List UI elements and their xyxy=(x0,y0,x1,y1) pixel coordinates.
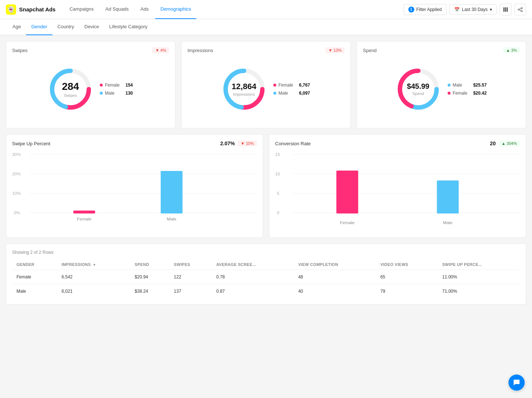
metric-cards-row: Swipes ▼ 4% 284 Swipes xyxy=(6,41,526,128)
conversion-chart-svg: 15 10 5 0 Female Male xyxy=(275,151,520,231)
male-dot xyxy=(100,92,103,95)
svg-text:Male: Male xyxy=(443,221,453,225)
row-female-impressions: 6,542 xyxy=(57,270,130,284)
date-range-label: Last 30 Days xyxy=(462,7,488,12)
spend-title: Spend xyxy=(363,48,377,53)
row-female-gender: Female xyxy=(12,270,57,284)
svg-rect-0 xyxy=(503,7,504,12)
svg-rect-1 xyxy=(505,7,506,12)
nav-ad-squads[interactable]: Ad Squads xyxy=(100,0,134,19)
spend-label: Spend xyxy=(412,91,424,96)
swipes-female-val: 154 xyxy=(125,83,133,88)
svg-point-3 xyxy=(521,7,522,9)
col-gender: GENDER xyxy=(12,259,57,270)
swipe-up-chart-area: 30% 20% 10% 0% Female Male xyxy=(12,151,257,231)
app-title: Snapchat Ads xyxy=(19,6,55,12)
imp-male-val: 6,097 xyxy=(299,91,310,96)
nav-campaigns[interactable]: Campaigns xyxy=(64,0,99,19)
share-icon-button[interactable] xyxy=(514,4,526,15)
columns-icon xyxy=(503,7,508,12)
filter-badge: 1 xyxy=(408,7,414,12)
row-male-video-views: 79 xyxy=(376,284,438,299)
row-female-swipes: 122 xyxy=(170,270,212,284)
svg-point-4 xyxy=(518,9,520,10)
svg-text:Female: Female xyxy=(340,221,355,225)
row-female-spend: $20.94 xyxy=(130,270,170,284)
col-spend: SPEND xyxy=(130,259,170,270)
spend-male-dot xyxy=(448,84,451,87)
chevron-down-icon: ▾ xyxy=(490,7,492,12)
row-male-gender: Male xyxy=(12,284,57,299)
nav-demographics[interactable]: Demographics xyxy=(155,0,196,19)
swipes-center: 284 Swipes xyxy=(62,81,79,98)
impressions-title: Impressions xyxy=(187,48,213,53)
spend-female-legend: Female $20.42 xyxy=(448,91,487,96)
impressions-donut: 12,864 Impressions xyxy=(222,67,266,111)
tab-age[interactable]: Age xyxy=(7,19,26,35)
row-male-spend: $38.24 xyxy=(130,284,170,299)
date-range-button[interactable]: 📅 Last 30 Days ▾ xyxy=(449,4,497,15)
row-male-avg-screen: 0.87 xyxy=(212,284,294,299)
swipes-male-legend: Male 130 xyxy=(100,91,133,96)
svg-rect-2 xyxy=(507,7,508,12)
imp-female-name: Female xyxy=(278,83,297,88)
tab-country[interactable]: Country xyxy=(52,19,80,35)
spend-donut: $45.99 Spend xyxy=(396,67,440,111)
logo-area: 👻 Snapchat Ads xyxy=(6,4,55,15)
swipes-card-body: 284 Swipes Female 154 Male 130 xyxy=(12,56,169,122)
impressions-legend: Female 6,767 Male 6,097 xyxy=(273,83,310,96)
table-subtitle: Showing 2 of 2 Rows xyxy=(12,250,520,255)
spend-legend: Male $25.57 Female $20.42 xyxy=(448,83,487,96)
swipes-card-header: Swipes ▼ 4% xyxy=(12,47,169,53)
svg-line-7 xyxy=(520,10,521,11)
conversion-chart-area: 15 10 5 0 Female Male xyxy=(275,151,520,231)
tab-gender[interactable]: Gender xyxy=(26,19,52,35)
columns-icon-button[interactable] xyxy=(500,4,511,15)
snapchat-logo: 👻 xyxy=(6,4,16,15)
swipe-up-badge: ▼ 10% xyxy=(238,140,257,146)
svg-rect-27 xyxy=(161,171,183,213)
swipes-badge: ▼ 4% xyxy=(152,47,169,53)
data-table-card: Showing 2 of 2 Rows GENDER IMPRESSIONS ▼… xyxy=(6,244,526,304)
svg-rect-25 xyxy=(73,211,95,213)
swipes-male-val: 130 xyxy=(125,91,133,96)
tab-lifestyle-category[interactable]: Lifestyle Category xyxy=(104,19,153,35)
filter-label: Filter Applied xyxy=(416,7,442,12)
spend-card-body: $45.99 Spend Male $25.57 Female $20.42 xyxy=(363,56,520,122)
tab-device[interactable]: Device xyxy=(79,19,104,35)
imp-male-name: Male xyxy=(278,91,297,96)
table-row: Male 6,021 $38.24 137 0.87 40 79 71.00% xyxy=(12,284,520,299)
main-nav: Campaigns Ad Squads Ads Demographics xyxy=(64,0,403,19)
conversion-chart-header: Conversion Rate 20 ▲ 304% xyxy=(275,140,520,146)
svg-text:0%: 0% xyxy=(14,211,20,215)
main-content: Swipes ▼ 4% 284 Swipes xyxy=(0,35,532,310)
imp-female-dot xyxy=(273,84,276,87)
impressions-center: 12,864 Impressions xyxy=(232,82,256,97)
conversion-badge: ▲ 304% xyxy=(499,140,520,146)
conversion-header-right: 20 ▲ 304% xyxy=(490,140,520,146)
conversion-chart-card: Conversion Rate 20 ▲ 304% 15 10 5 xyxy=(269,134,526,238)
svg-text:10%: 10% xyxy=(12,191,21,196)
filter-button[interactable]: 1 Filter Applied xyxy=(404,4,447,15)
impressions-value: 12,864 xyxy=(232,82,256,91)
nav-right: 1 Filter Applied 📅 Last 30 Days ▾ xyxy=(404,4,526,15)
imp-female-val: 6,767 xyxy=(299,83,310,88)
spend-badge: ▲ 3% xyxy=(503,47,520,53)
svg-text:0: 0 xyxy=(277,211,280,215)
svg-point-5 xyxy=(521,10,522,12)
top-nav: 👻 Snapchat Ads Campaigns Ad Squads Ads D… xyxy=(0,0,532,19)
impressions-card-header: Impressions ▼ 13% xyxy=(187,47,345,53)
col-impressions[interactable]: IMPRESSIONS ▼ xyxy=(57,259,130,270)
svg-text:Female: Female xyxy=(77,217,92,221)
svg-text:20%: 20% xyxy=(12,172,21,176)
calendar-icon: 📅 xyxy=(454,7,460,12)
svg-text:30%: 30% xyxy=(12,153,21,157)
col-swipe-up-pct: SWIPE UP PERCE... xyxy=(438,259,520,270)
spend-card: Spend ▲ 3% $45.99 Spend xyxy=(357,41,526,128)
nav-ads[interactable]: Ads xyxy=(135,0,154,19)
swipe-up-chart-card: Swipe Up Percent 2.07% ▼ 10% 30% 20% 10% xyxy=(6,134,263,238)
spend-center: $45.99 Spend xyxy=(407,82,429,96)
svg-rect-37 xyxy=(336,171,358,213)
svg-rect-39 xyxy=(437,180,459,213)
swipe-up-title: Swipe Up Percent xyxy=(12,141,50,146)
